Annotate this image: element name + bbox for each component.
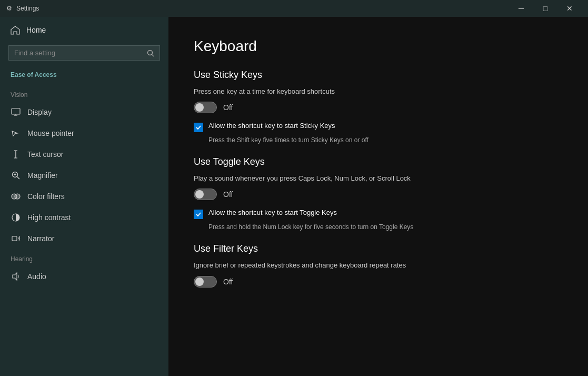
content-area: Keyboard Use Sticky Keys Press one key a… [168,17,588,376]
svg-line-1 [152,54,154,56]
svg-rect-2 [12,108,20,114]
sticky-keys-section: Use Sticky Keys Press one key at a time … [194,70,563,144]
page-title: Keyboard [194,38,563,55]
narrator-label: Narrator [27,234,54,243]
sticky-keys-checkbox-label: Allow the shortcut key to start Sticky K… [208,122,335,130]
mouse-pointer-label: Mouse pointer [27,129,74,137]
mouse-icon [11,128,21,138]
toggle-keys-desc: Play a sound whenever you press Caps Loc… [194,174,563,183]
app-body: Home Ease of Access Vision Display [0,17,588,376]
svg-marker-16 [13,273,17,280]
sidebar-home-item[interactable]: Home [0,17,168,43]
filter-keys-title: Use Filter Keys [194,243,563,254]
magnifier-label: Magnifier [27,171,58,180]
toggle-keys-title: Use Toggle Keys [194,156,563,167]
home-label: Home [26,26,46,34]
text-cursor-label: Text cursor [27,150,63,159]
filter-keys-toggle-row: Off [194,276,563,288]
section-label-hearing: Hearing [0,249,168,266]
search-input[interactable] [14,49,143,57]
sidebar-item-audio[interactable]: Audio [0,266,168,287]
audio-icon [11,271,21,282]
minimize-button[interactable]: ─ [509,0,533,17]
high-contrast-icon [11,212,21,223]
sidebar: Home Ease of Access Vision Display [0,17,168,376]
sidebar-item-text-cursor[interactable]: Text cursor [0,144,168,165]
filter-keys-toggle[interactable] [194,276,217,288]
search-icon [147,50,154,57]
section-label-vision: Vision [0,85,168,102]
toggle-keys-toggle-row: Off [194,189,563,200]
sticky-keys-toggle-knob [195,103,204,112]
toggle-keys-section: Use Toggle Keys Play a sound whenever yo… [194,156,563,231]
sidebar-item-mouse-pointer[interactable]: Mouse pointer [0,123,168,144]
svg-point-13 [15,194,20,199]
toggle-keys-checkbox-row: Allow the shortcut key to start Toggle K… [194,209,563,219]
audio-label: Audio [27,272,46,281]
color-filters-label: Color filters [27,192,65,201]
toggle-keys-toggle[interactable] [194,189,217,200]
filter-keys-desc: Ignore brief or repeated keystrokes and … [194,261,563,270]
search-box[interactable] [8,45,160,61]
window-controls: ─ □ ✕ [509,0,582,17]
filter-keys-section: Use Filter Keys Ignore brief or repeated… [194,243,563,287]
high-contrast-label: High contrast [27,213,71,222]
home-icon [11,25,20,35]
sidebar-item-color-filters[interactable]: Color filters [0,186,168,207]
toggle-keys-checkbox[interactable] [194,210,203,219]
sticky-keys-checkbox-row: Allow the shortcut key to start Sticky K… [194,122,563,132]
display-label: Display [27,108,52,116]
sticky-keys-toggle-label: Off [223,103,233,112]
svg-rect-15 [12,236,17,241]
breadcrumb: Ease of Access [0,67,168,85]
checkmark-icon [195,124,202,131]
monitor-icon [11,107,21,117]
maximize-button[interactable]: □ [533,0,557,17]
sticky-keys-title: Use Sticky Keys [194,70,563,81]
title-bar: ⚙ Settings ─ □ ✕ [0,0,588,17]
checkmark-icon [195,211,202,217]
filter-keys-toggle-knob [195,278,204,286]
app-title: Settings [16,5,39,12]
toggle-keys-checkbox-hint: Press and hold the Num Lock key for five… [194,223,563,231]
sidebar-item-magnifier[interactable]: Magnifier [0,165,168,186]
toggle-keys-toggle-knob [195,190,204,199]
sticky-keys-toggle[interactable] [194,102,217,113]
toggle-keys-toggle-label: Off [223,190,233,199]
sidebar-item-high-contrast[interactable]: High contrast [0,207,168,228]
sidebar-item-narrator[interactable]: Narrator [0,228,168,249]
color-filters-icon [11,191,21,202]
close-button[interactable]: ✕ [557,0,582,17]
app-icon: ⚙ [6,5,12,12]
sticky-keys-checkbox[interactable] [194,123,203,132]
magnifier-icon [11,170,21,181]
narrator-icon [11,233,21,244]
text-cursor-icon [11,149,21,160]
svg-line-9 [17,177,20,180]
sticky-keys-checkbox-hint: Press the Shift key five times to turn S… [194,136,563,144]
sticky-keys-desc: Press one key at a time for keyboard sho… [194,87,563,96]
sidebar-item-display[interactable]: Display [0,102,168,123]
sticky-keys-toggle-row: Off [194,102,563,113]
svg-point-0 [148,50,153,55]
toggle-keys-checkbox-label: Allow the shortcut key to start Toggle K… [208,209,337,216]
filter-keys-toggle-label: Off [223,278,233,286]
